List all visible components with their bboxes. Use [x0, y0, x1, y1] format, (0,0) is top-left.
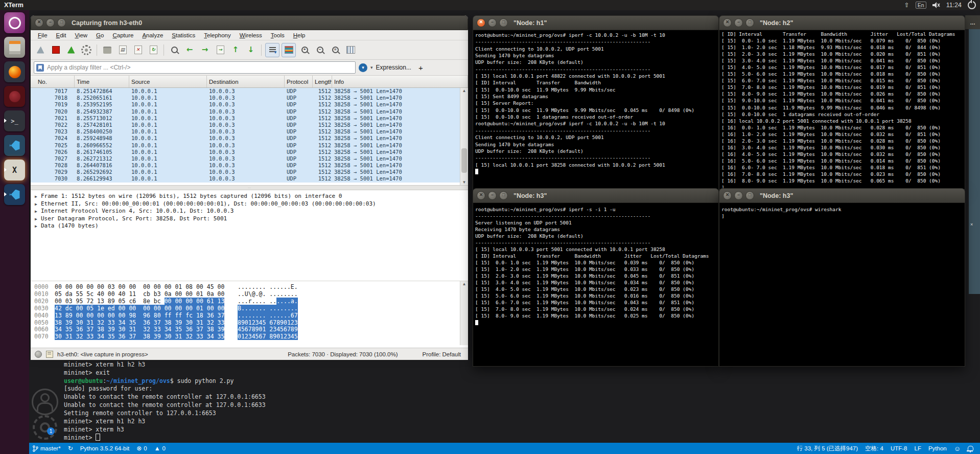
file-close-icon[interactable]: ✕ [131, 43, 145, 57]
launcher-item-firefox[interactable] [4, 61, 25, 82]
menu-tools[interactable]: Tools [271, 32, 285, 38]
wireshark-titlebar[interactable]: ✕ − □ Capturing from h3-eth0 [31, 15, 468, 30]
hex-line[interactable]: 006034 35 36 37 38 39 30 31 32 33 34 35 … [31, 326, 468, 333]
close-button[interactable]: ✕ [477, 18, 485, 27]
file-open-icon[interactable] [101, 43, 114, 57]
statusbar-bell[interactable] [964, 447, 977, 450]
capture-comment-icon[interactable] [46, 351, 53, 358]
hex-line[interactable]: 001005 da 55 5c 40 00 40 11 cb b3 0a 00 … [31, 291, 468, 298]
maximize-button[interactable]: □ [745, 191, 754, 200]
minimize-button[interactable]: − [488, 18, 497, 27]
column-header-info[interactable]: Info [332, 76, 468, 87]
minimize-button[interactable]: − [734, 18, 743, 27]
table-row[interactable]: 70228.25742810110.0.0.110.0.0.3UDP151238… [31, 122, 468, 128]
statusbar-git-branch[interactable]: master* [29, 445, 64, 452]
zoom-out-icon[interactable]: − [313, 43, 326, 57]
hex-line[interactable]: 004013 89 00 00 00 00 00 98 96 80 ff ff … [31, 312, 468, 320]
chevron-down-icon[interactable]: ▾ [370, 65, 373, 70]
table-row[interactable]: 70248.25924894810.0.0.110.0.0.3UDP151238… [31, 135, 468, 142]
statusbar-python-3-5-2-64-bit[interactable]: Python 3.5.2 64-bit [77, 445, 133, 451]
hex-line[interactable]: 002000 03 95 72 13 89 05 c6 8e bc 00 00 … [31, 298, 468, 305]
scroll-down-icon[interactable]: ▼ [460, 180, 468, 185]
expand-arrow-icon[interactable]: ▶ [35, 208, 41, 215]
filter-dropdown-button[interactable]: ▾ [359, 63, 367, 72]
launcher-item-xterm[interactable]: X [4, 160, 25, 180]
display-filter-input[interactable]: Apply a display filter ... <Ctrl-/> [34, 61, 356, 74]
table-row[interactable]: 70208.25493238710.0.0.110.0.0.3UDP151238… [31, 108, 468, 115]
xterm-h3-left-terminal[interactable]: root@ubuntu:~/mininet_prog/ovs# iperf -s… [473, 203, 719, 367]
file-reload-icon[interactable]: ↻ [147, 43, 160, 57]
colorize-icon[interactable] [282, 43, 296, 57]
xterm-h3-right-terminal[interactable]: root@ubuntu:~/mininet_prog/ovs# wireshar… [719, 203, 965, 367]
profile-indicator[interactable]: Profile: Default [423, 351, 461, 357]
zoom-in-icon[interactable]: + [298, 43, 311, 57]
statusbar--4[interactable]: 空格: 4 [861, 445, 887, 452]
menu-telephony[interactable]: Telephony [204, 32, 230, 38]
table-row[interactable]: 70238.25840025010.0.0.110.0.0.3UDP151238… [31, 128, 468, 135]
statusbar-error[interactable]: ⊗0 [133, 445, 150, 452]
scroll-up-icon[interactable]: ▲ [460, 282, 468, 286]
xterm-h1-terminal[interactable]: root@ubuntu:~/mininet_prog/ovs# iperf -c… [473, 30, 719, 191]
minimize-button[interactable]: − [488, 191, 497, 200]
expand-arrow-icon[interactable]: ▶ [35, 223, 41, 230]
column-header-source[interactable]: Source [129, 76, 207, 87]
close-button[interactable]: ✕ [723, 18, 732, 27]
scroll-up-icon[interactable]: ▲ [460, 88, 468, 93]
wireshark-start-icon[interactable] [34, 43, 47, 57]
close-button[interactable]: ✕ [723, 191, 732, 200]
close-button[interactable]: ✕ [35, 18, 43, 27]
power-menu-icon[interactable] [968, 1, 976, 9]
menu-go[interactable]: Go [96, 32, 104, 38]
maximize-button[interactable]: □ [499, 191, 508, 200]
column-header-no[interactable]: No. [31, 76, 75, 87]
autoscroll-icon[interactable]: ▼ [265, 43, 279, 57]
capture-options-icon[interactable] [80, 43, 93, 57]
maximize-button[interactable]: □ [57, 18, 66, 27]
zoom-original-icon[interactable]: = [329, 43, 342, 57]
table-row[interactable]: 70188.25206516110.0.0.110.0.0.3UDP151238… [31, 95, 468, 101]
vscode-terminal[interactable]: *** Results: 0% dropped (6/6 received)mi… [64, 353, 266, 442]
filter-bookmark-icon[interactable] [36, 64, 44, 72]
table-row[interactable]: 70178.25147286410.0.0.110.0.0.3UDP151238… [31, 88, 468, 95]
detail-line[interactable]: ▶Frame 1: 1512 bytes on wire (12096 bits… [31, 193, 468, 200]
column-header-length[interactable]: Length [313, 76, 332, 87]
packet-bytes-pane[interactable]: 000000 00 00 00 00 03 00 00 00 00 00 01 … [31, 281, 468, 348]
xterm-h1-titlebar[interactable]: ✕ − □ "Node: h1" [473, 15, 719, 30]
add-filter-button[interactable]: + [418, 63, 423, 72]
go-to-packet-icon[interactable]: → [214, 43, 227, 57]
maximize-button[interactable]: □ [499, 18, 508, 27]
table-row[interactable]: 70278.26272131210.0.0.110.0.0.3UDP151238… [31, 155, 468, 162]
menu-statistics[interactable]: Statistics [172, 32, 195, 38]
table-row[interactable]: 70298.26529269210.0.0.110.0.0.3UDP151238… [31, 169, 468, 175]
hex-line[interactable]: 000000 00 00 00 00 03 00 00 00 00 00 01 … [31, 284, 468, 291]
clock[interactable]: 11:24 [946, 2, 962, 9]
menu-help[interactable]: Help [293, 32, 306, 38]
statusbar-python[interactable]: Python [925, 445, 950, 451]
launcher-item-terminal[interactable]: >_ [4, 110, 25, 131]
launcher-item-ubuntu-dash[interactable] [4, 12, 25, 33]
bytes-scrollbar[interactable]: ▲ [460, 281, 468, 345]
launcher-item-vscode-insiders[interactable] [4, 184, 25, 205]
launcher-item-files[interactable] [4, 37, 25, 58]
volume-muted-icon[interactable] [932, 2, 940, 8]
file-save-icon[interactable]: ▤ [116, 43, 129, 57]
pane-splitter[interactable]: … [31, 185, 468, 190]
launcher-item-software-center[interactable] [4, 86, 25, 107]
xterm-h3-right-titlebar[interactable]: ✕ − □ "Node: h3" [719, 188, 965, 203]
maximize-button[interactable]: □ [745, 18, 754, 27]
detail-line[interactable]: ▶Ethernet II, Src: 00:00:00_00:00:01 (00… [31, 200, 468, 208]
packet-list[interactable]: 70178.25147286410.0.0.110.0.0.3UDP151238… [31, 88, 468, 185]
hex-line[interactable]: 007030 31 32 33 34 35 36 37 38 39 30 31 … [31, 333, 468, 340]
close-button[interactable]: ✕ [477, 191, 485, 200]
packet-find-icon[interactable] [168, 43, 181, 57]
menu-edit[interactable]: Edit [56, 32, 66, 38]
table-row[interactable]: 70198.25395219510.0.0.110.0.0.3UDP151238… [31, 101, 468, 108]
go-forward-icon[interactable]: → [198, 43, 212, 57]
resize-columns-icon[interactable] [344, 43, 357, 57]
detail-line[interactable]: ▶Data (1470 bytes) [31, 222, 468, 230]
expression-button[interactable]: Expression... [376, 64, 411, 71]
go-last-icon[interactable]: ↓ [244, 43, 258, 57]
xterm-h2-terminal[interactable]: [ ID] Interval Transfer Bandwidth Jitter… [719, 30, 965, 190]
capture-stop-icon[interactable] [49, 43, 62, 57]
keyboard-layout-indicator[interactable]: En [916, 2, 926, 9]
